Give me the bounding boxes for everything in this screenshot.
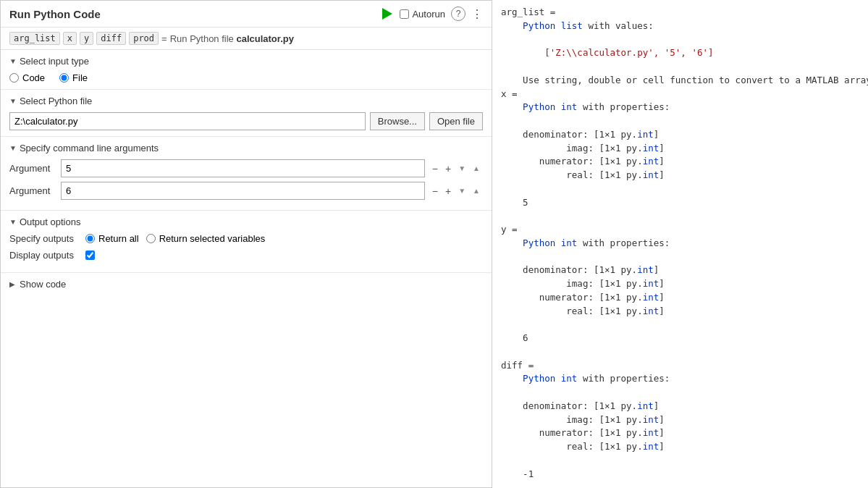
more-button[interactable]: ⋮: [471, 7, 483, 21]
arrow-right-icon: ▶: [9, 280, 15, 288]
arg-down-button-2[interactable]: ▼: [455, 186, 468, 196]
var-badge-prod: prod: [129, 32, 159, 45]
arg-add-button-2[interactable]: +: [442, 185, 454, 198]
output-options-header[interactable]: ▼ Output options: [9, 216, 483, 227]
var-badge-arglist: arg_list: [9, 32, 60, 45]
return-selected-label[interactable]: Return selected variables: [146, 233, 266, 244]
display-outputs-row: Display outputs: [9, 250, 483, 261]
select-input-type-header[interactable]: ▼ Select input type: [9, 56, 483, 67]
panel-content: ▼ Select input type Code File ▼ Select P…: [1, 50, 492, 487]
run-icon: [382, 8, 392, 20]
arg-remove-button-1[interactable]: −: [429, 162, 441, 175]
var-badge-diff: diff: [96, 32, 126, 45]
input-type-radio-group: Code File: [9, 72, 483, 83]
command-line-args-header[interactable]: ▼ Specify command line arguments: [9, 143, 483, 153]
file-row: Browse... Open file: [9, 112, 483, 130]
arg-remove-button-2[interactable]: −: [429, 185, 441, 198]
argument-row-1: Argument − + ▼ ▲: [9, 159, 483, 177]
run-desc: Run Python file calculator.py: [170, 33, 294, 44]
code-radio-label[interactable]: Code: [9, 72, 45, 83]
outputs-row: arg_list x y diff prod = Run Python file…: [1, 28, 492, 50]
arg-input-2[interactable]: [61, 182, 425, 200]
header-controls: Autorun ? ⋮: [381, 7, 483, 21]
arrow-icon: ▼: [9, 57, 17, 65]
select-python-file-section: ▼ Select Python file Browse... Open file: [1, 90, 492, 137]
arrow-icon-3: ▼: [9, 144, 17, 152]
specify-outputs-label: Specify outputs: [9, 233, 78, 244]
specify-outputs-row: Specify outputs Return all Return select…: [9, 233, 483, 244]
arg-input-1[interactable]: [61, 159, 425, 177]
panel-title: Run Python Code: [9, 8, 101, 20]
arg-up-button-1[interactable]: ▲: [470, 164, 483, 174]
right-panel: arg_list = Python list with values: ['Z:…: [492, 0, 868, 488]
var-badge-y: y: [80, 32, 93, 45]
var-badge-x: x: [63, 32, 77, 45]
run-button[interactable]: [381, 7, 394, 21]
return-selected-radio[interactable]: [146, 234, 156, 243]
select-python-file-header[interactable]: ▼ Select Python file: [9, 96, 483, 106]
arrow-icon-4: ▼: [9, 218, 17, 226]
arg-label-2: Argument: [9, 185, 56, 196]
arg-down-button-1[interactable]: ▼: [455, 164, 468, 174]
return-all-radio[interactable]: [85, 234, 95, 243]
argument-row-2: Argument − + ▼ ▲: [9, 182, 483, 200]
show-code-label: Show code: [20, 279, 66, 290]
panel-header: Run Python Code Autorun ? ⋮: [1, 1, 492, 28]
display-outputs-checkbox[interactable]: [85, 251, 95, 260]
file-radio-label[interactable]: File: [59, 72, 88, 83]
autorun-label[interactable]: Autorun: [400, 9, 445, 20]
display-outputs-label: Display outputs: [9, 250, 78, 261]
show-code-section[interactable]: ▶ Show code: [1, 273, 492, 295]
command-line-args-section: ▼ Specify command line arguments Argumen…: [1, 137, 492, 211]
select-input-type-section: ▼ Select input type Code File: [1, 50, 492, 90]
browse-button[interactable]: Browse...: [370, 112, 425, 130]
arg-up-button-2[interactable]: ▲: [470, 186, 483, 196]
file-radio[interactable]: [59, 73, 69, 83]
output-options-section: ▼ Output options Specify outputs Return …: [1, 211, 492, 273]
autorun-checkbox[interactable]: [400, 9, 409, 19]
help-button[interactable]: ?: [451, 7, 465, 21]
arg-add-button-1[interactable]: +: [442, 162, 454, 175]
eq-text: =: [161, 33, 167, 44]
left-panel: Run Python Code Autorun ? ⋮ arg_list x y…: [0, 0, 492, 488]
arg-controls-1: − + ▼ ▲: [429, 162, 483, 175]
return-all-label[interactable]: Return all: [85, 233, 139, 244]
code-radio[interactable]: [9, 73, 19, 83]
arg-controls-2: − + ▼ ▲: [429, 185, 483, 198]
file-path-input[interactable]: [9, 112, 366, 130]
open-file-button[interactable]: Open file: [429, 112, 483, 130]
arg-label-1: Argument: [9, 163, 56, 174]
arrow-icon-2: ▼: [9, 97, 17, 105]
